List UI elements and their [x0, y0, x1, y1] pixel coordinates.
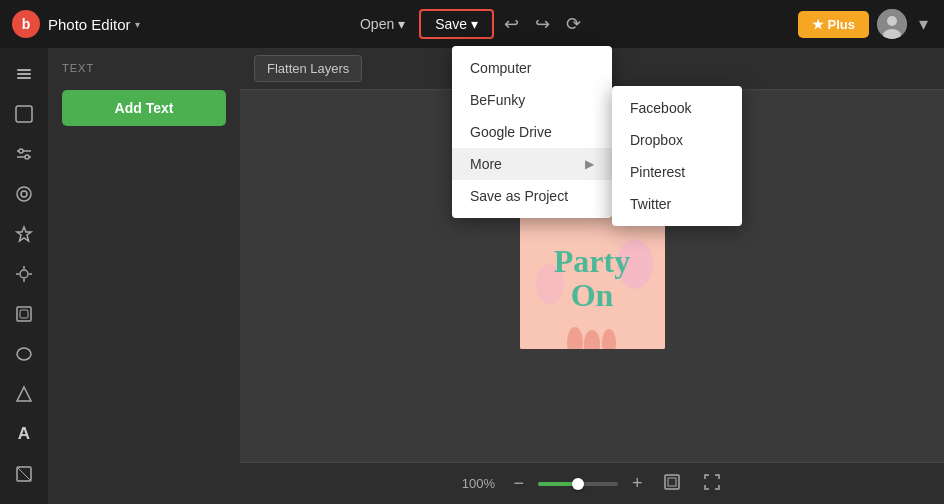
save-more-label: More [470, 156, 502, 172]
save-more-arrow-icon: ▶ [585, 157, 594, 171]
fullscreen-button[interactable] [697, 469, 727, 499]
app-logo: b [12, 10, 40, 38]
svg-text:On: On [570, 277, 613, 313]
topbar-nav: Open ▾ Save ▾ ↩ ↪ ⟳ [350, 9, 587, 39]
sidebar-item-layers[interactable] [6, 56, 42, 92]
zoom-slider[interactable] [538, 482, 618, 486]
save-befunky-label: BeFunky [470, 92, 525, 108]
svg-rect-3 [17, 69, 31, 71]
save-googledrive-label: Google Drive [470, 124, 552, 140]
sidebar: A [0, 48, 48, 504]
svg-marker-15 [17, 227, 31, 241]
svg-line-25 [17, 467, 31, 481]
svg-rect-4 [17, 73, 31, 75]
save-twitter-item[interactable]: Twitter [612, 188, 742, 220]
svg-point-14 [21, 191, 27, 197]
panel-section-label: TEXT [62, 62, 226, 74]
open-caret-icon: ▾ [398, 16, 405, 32]
svg-marker-23 [17, 387, 31, 401]
sidebar-item-shapes[interactable] [6, 376, 42, 412]
save-pinterest-item[interactable]: Pinterest [612, 156, 742, 188]
save-as-project-label: Save as Project [470, 188, 568, 204]
svg-point-16 [20, 270, 28, 278]
svg-rect-21 [17, 307, 31, 321]
sidebar-item-frames[interactable] [6, 296, 42, 332]
save-facebook-item[interactable]: Facebook [612, 92, 742, 124]
open-label: Open [360, 16, 394, 32]
save-computer-item[interactable]: Computer [452, 52, 612, 84]
flatten-layers-label: Flatten Layers [267, 61, 349, 76]
svg-rect-6 [16, 106, 32, 122]
sidebar-item-touch-up[interactable] [6, 336, 42, 372]
save-submenu: Facebook Dropbox Pinterest Twitter [612, 86, 742, 226]
svg-rect-5 [17, 77, 31, 79]
zoom-slider-thumb [572, 478, 584, 490]
svg-rect-22 [20, 310, 28, 318]
svg-text:Party: Party [553, 243, 629, 279]
sidebar-item-crop[interactable] [6, 96, 42, 132]
sidebar-item-graphics[interactable] [6, 256, 42, 292]
save-label: Save [435, 16, 467, 32]
save-googledrive-item[interactable]: Google Drive [452, 116, 612, 148]
undo-button[interactable]: ↩ [498, 9, 525, 39]
sync-button[interactable]: ⟳ [560, 9, 587, 39]
save-pinterest-label: Pinterest [630, 164, 685, 180]
plus-star-icon: ★ [812, 17, 824, 32]
zoom-in-button[interactable]: + [628, 471, 647, 496]
save-caret-icon: ▾ [471, 16, 478, 32]
svg-point-7 [19, 149, 23, 153]
save-as-project-item[interactable]: Save as Project [452, 180, 612, 212]
plus-button[interactable]: ★ Plus [798, 11, 869, 38]
save-facebook-label: Facebook [630, 100, 691, 116]
svg-rect-34 [665, 475, 679, 489]
add-text-label: Add Text [115, 100, 174, 116]
save-more-item[interactable]: More ▶ [452, 148, 612, 180]
svg-point-1 [887, 16, 897, 26]
sidebar-item-text[interactable]: A [6, 416, 42, 452]
svg-point-13 [17, 187, 31, 201]
open-button[interactable]: Open ▾ [350, 10, 415, 38]
save-dropbox-item[interactable]: Dropbox [612, 124, 742, 156]
sidebar-item-draw[interactable] [6, 456, 42, 492]
avatar-caret-button[interactable]: ▾ [915, 11, 932, 37]
sidebar-item-effects[interactable] [6, 176, 42, 212]
save-button[interactable]: Save ▾ [419, 9, 494, 39]
save-dropdown: Computer BeFunky Google Drive More ▶ Sav… [452, 46, 612, 218]
add-text-button[interactable]: Add Text [62, 90, 226, 126]
canvas-footer: 100% − + [240, 462, 944, 504]
svg-point-8 [25, 155, 29, 159]
save-befunky-item[interactable]: BeFunky [452, 84, 612, 116]
save-twitter-label: Twitter [630, 196, 671, 212]
svg-rect-35 [668, 478, 676, 486]
app-title-caret: ▾ [135, 19, 140, 30]
redo-button[interactable]: ↪ [529, 9, 556, 39]
sidebar-item-favorites[interactable] [6, 216, 42, 252]
flatten-layers-button[interactable]: Flatten Layers [254, 55, 362, 82]
text-panel: TEXT Add Text [48, 48, 240, 504]
zoom-out-button[interactable]: − [509, 471, 528, 496]
app-title-text: Photo Editor [48, 16, 131, 33]
save-dropbox-label: Dropbox [630, 132, 683, 148]
avatar[interactable] [877, 9, 907, 39]
app-title-button[interactable]: Photo Editor ▾ [48, 16, 140, 33]
save-computer-label: Computer [470, 60, 531, 76]
plus-label: Plus [828, 17, 855, 32]
fit-to-screen-button[interactable] [657, 469, 687, 499]
topbar: b Photo Editor ▾ Open ▾ Save ▾ ↩ ↪ ⟳ ★ P… [0, 0, 944, 48]
zoom-level-label: 100% [457, 476, 499, 491]
sidebar-item-adjust[interactable] [6, 136, 42, 172]
